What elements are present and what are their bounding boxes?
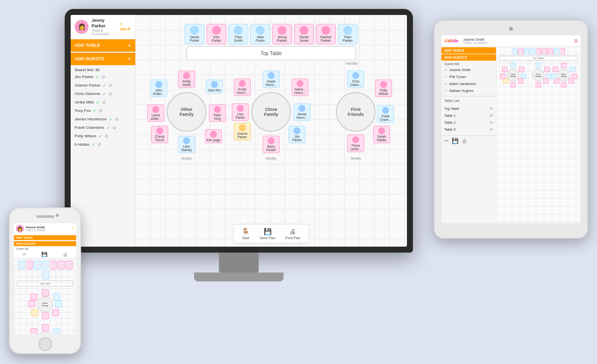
seat[interactable]: John Ander... [150,80,167,97]
phone-save-icon[interactable]: 💾 [41,252,47,257]
phone-seat[interactable] [58,261,65,270]
user-subtitle: TABLE PLANNER [92,29,117,36]
phone-seat[interactable] [42,261,49,270]
table-label: OtherFamily [167,92,206,132]
guest-list-title: Guest list: 32 [71,65,135,73]
tablet-seat[interactable] [512,48,517,55]
phone-canvas: Top Table CloseFamily [14,259,76,334]
seat[interactable]: Jim Parker [289,126,305,143]
phone-seat[interactable] [42,271,49,279]
phone-print-icon[interactable]: 🖨 [63,252,68,257]
guest-item: Frank Chambers✓⚙ [71,124,135,132]
seat-card[interactable]: SarahJones [294,24,314,44]
tablet-seat[interactable] [518,48,523,55]
sidebar-header: 👩 Jenny Parker TABLE PLANNER ? HELP [71,15,135,39]
main-canvas: DavidPorter KimPorter PaulSmith JakePort… [135,15,407,247]
seat-card[interactable]: KimPorter [206,24,226,44]
phone-seat[interactable] [66,261,73,270]
seat[interactable]: Liam Stanley [178,136,195,153]
seat-card[interactable]: JennyParker [272,24,292,44]
tablet-close-family: CloseFamily [502,63,524,88]
phone-home-button[interactable] [38,337,52,351]
tablet-seat[interactable] [524,48,529,55]
tablet-seat-icon[interactable]: ✂ [444,138,449,144]
top-table-modify[interactable]: Modify [346,61,358,66]
seat[interactable]: Kim page [205,129,222,143]
tablet-add-table-button[interactable]: ADD TABLE [441,47,496,54]
seat[interactable]: Sarah Hobbs [373,126,390,143]
add-table-button[interactable]: ADD TABLE ＋ [71,39,135,52]
tablet-seat[interactable] [542,48,547,55]
tablet-save-icon[interactable]: 💾 [452,138,459,144]
tablet-print-icon[interactable]: 🖨 [462,138,467,144]
seat-card[interactable]: DavidPorter [185,24,204,44]
guest-item: Chris Osborne✓⚙ [71,90,135,98]
tablet-seat[interactable] [530,48,535,55]
seat-card[interactable]: JakePorter [250,24,270,44]
phone-app: 👩 Joanne Smith TABLE PLANNER ? ADD TABLE… [14,223,76,334]
tablet-seat[interactable] [536,48,541,55]
tablet-camera [509,27,513,31]
seat[interactable]: Fiona Lamb... [347,135,364,152]
seat[interactable]: Sama... Hornc... [292,79,308,96]
top-table-area: DavidPorter KimPorter PaulSmith JakePort… [185,24,358,66]
seat[interactable]: Peter King [209,104,226,122]
phone-add-table-button[interactable]: ADD TABLE [14,235,76,240]
tablet-guest-list-title: Guest list: [441,61,496,67]
tablet-sidebar: ADD TABLE ADD GUESTS Guest list: ✓Joanne… [441,47,496,223]
tablet-header: UWide Joanne Smith TABLE PLANNER ≡ [441,35,581,47]
phone-seat-icon[interactable]: ✂ [22,252,26,257]
table-modify[interactable]: Modify [266,157,277,160]
seat-card[interactable]: PaulParker [338,24,358,44]
tablet-seat[interactable] [560,48,565,55]
tables-row: Kirsty Smith Sam Klin Peter King Kim pag… [140,70,402,154]
seat[interactable]: Emily Hornc... [234,79,251,96]
tablet-top-seats [496,48,581,55]
seat[interactable]: Barry Parker [263,136,280,153]
monitor-stand-neck [219,253,259,273]
tablet-user-sub: TABLE PLANNER [463,41,488,44]
other-family-table: Kirsty Smith Sam Klin Peter King Kim pag… [149,70,224,154]
hamburger-icon[interactable]: ≡ [574,37,578,44]
tablet-logo: UWide [444,38,458,43]
phone-seat[interactable] [26,261,33,270]
tablet-guest-item: ✓Adam Sanderson [441,81,496,88]
phone-help-icon[interactable]: ? [72,227,74,230]
phone-seat[interactable] [34,261,41,270]
help-button[interactable]: ? HELP [120,22,131,31]
tablet-add-guests-button[interactable]: ADD GUESTS [441,54,496,61]
seat[interactable]: Sam Klin [206,80,223,93]
add-guests-button[interactable]: ADD GUESTS ＋ [71,53,135,65]
seat-card[interactable]: RachelParker [316,24,336,44]
seat-button[interactable]: 🪑 Seat [239,227,253,241]
seat[interactable]: Polly Wilson [375,80,392,97]
print-plan-button[interactable]: 🖨 Print Plan [283,227,303,241]
seat[interactable]: James Hornc... [294,103,310,121]
print-icon: 🖨 [290,228,296,235]
tablet-table-item: Top Table⚙ [444,105,493,112]
tablet-user-name: Joanne Smith [463,38,488,41]
tablet-canvas: Top Table [496,47,581,223]
seat[interactable]: Cheryl Turner [151,126,168,143]
save-plan-button[interactable]: 💾 Save Plan [257,227,279,241]
seat-card[interactable]: PaulSmith [228,24,248,44]
table-modify[interactable]: Modify [182,157,192,160]
tablet-table-label: OtherFamily [558,69,570,82]
first-friends-table: Chris Osbor... Polly Wilson Frank Cham..… [318,70,393,154]
phone-seat[interactable] [18,261,25,270]
seat[interactable]: Chris Osbor... [347,71,364,88]
seat[interactable]: Lisa Parker [232,103,249,121]
seat[interactable]: Laura small... [147,104,164,122]
tablet-seat[interactable] [554,48,559,55]
phone-add-guests-button[interactable]: ADD GUESTS [14,241,76,246]
seat[interactable]: Joanne Parker [234,123,251,140]
phone-seat[interactable] [50,261,57,270]
main-toolbar: 🪑 Seat 💾 Save Plan 🖨 Print Plan [234,225,308,243]
table-modify[interactable]: Modify [351,157,361,160]
seat[interactable]: Frank Cham... [377,105,394,123]
seat[interactable]: Kirsty Smith [178,71,195,88]
guest-item: Jim Parker✓⚙ [71,73,135,82]
seat[interactable]: David Hornc... [263,71,280,88]
tablet-seat[interactable] [548,48,553,55]
monitor: 👩 Jenny Parker TABLE PLANNER ? HELP ADD … [65,9,413,287]
